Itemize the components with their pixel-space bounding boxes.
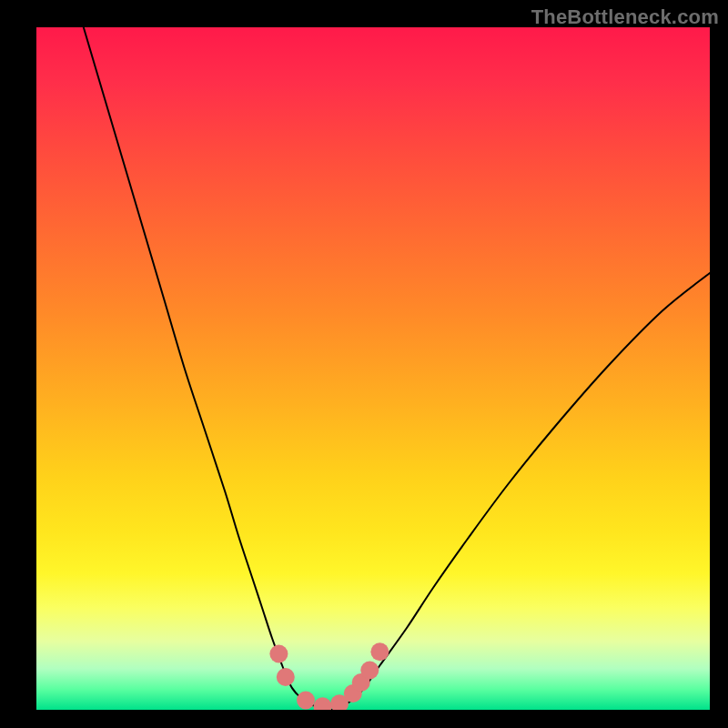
marker-bottom-2: [314, 697, 332, 710]
curve-markers: [269, 642, 389, 710]
marker-left-upper: [269, 645, 288, 663]
marker-right-3: [360, 662, 379, 680]
marker-right-4: [370, 642, 389, 661]
bottleneck-curve: [84, 27, 710, 710]
plot-area: [36, 27, 710, 710]
marker-left-lower: [277, 668, 295, 686]
watermark-text: TheBottleneck.com: [531, 5, 719, 29]
chart-overlay: [36, 27, 710, 710]
chart-frame: TheBottleneck.com: [0, 0, 728, 728]
marker-bottom-1: [297, 692, 315, 710]
